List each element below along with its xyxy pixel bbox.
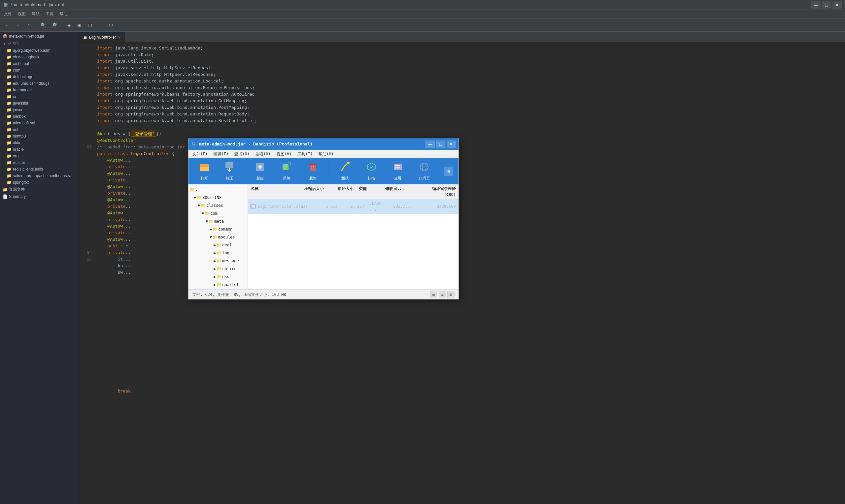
tab-close-button[interactable]: × xyxy=(118,35,121,40)
bz-new-button[interactable]: 新建 xyxy=(249,161,271,182)
bz-col-modified: 修改日... xyxy=(383,186,416,198)
sidebar-item-logback[interactable]: 📁 ch.qos.logback xyxy=(0,54,79,60)
toolbar-settings[interactable]: ⚙ xyxy=(106,20,116,30)
toolbar-back[interactable]: ← xyxy=(3,20,12,30)
bz-status-detail-icon[interactable]: ≡ xyxy=(439,291,446,298)
bz-maximize-button[interactable]: □ xyxy=(436,141,445,148)
menu-file[interactable]: 文件 xyxy=(1,11,15,17)
bz-add-button[interactable]: 添加 xyxy=(276,161,297,182)
folder-icon: 📁 xyxy=(6,174,12,178)
sidebar-item-io[interactable]: 📁 io xyxy=(0,93,79,100)
bz-col-type: 类型 xyxy=(356,186,383,198)
sidebar-root[interactable]: 📦 meta-admin-mod.jar xyxy=(0,33,79,40)
bz-tree-classes[interactable]: ▼ 📁 classes xyxy=(189,201,248,210)
bz-menu-help[interactable]: 帮助(H) xyxy=(316,150,336,158)
bz-delete-button[interactable]: 删除 xyxy=(302,161,323,182)
sidebar-item-schema[interactable]: 📁 schemaorg_apache_xmlbeans.s.. xyxy=(0,173,79,179)
bz-menu-file[interactable]: 文件(F) xyxy=(190,150,210,158)
maximize-button[interactable]: □ xyxy=(822,1,831,8)
bz-status-grid-icon[interactable]: ▦ xyxy=(447,291,455,298)
menu-nav[interactable]: 导航 xyxy=(29,11,42,17)
bz-tree-deal[interactable]: ▶ 📁 deal xyxy=(189,241,248,249)
bz-filelist-header: 名称 压缩后大小 原始大小 类型 修改日... 循环冗余检验 (CRC) xyxy=(248,184,458,199)
toolbar-forward[interactable]: → xyxy=(13,20,22,30)
sidebar-item-javassist[interactable]: 📁 javassist xyxy=(0,100,79,107)
bz-tree-modules[interactable]: ▼ 📁 modules xyxy=(189,233,248,241)
folder-icon: 📁 xyxy=(6,141,12,145)
sidebar-item-okio[interactable]: 📁 okio xyxy=(0,140,79,146)
sidebar-item-org[interactable]: 📁 org xyxy=(0,153,79,159)
bz-file-row-logincontroller[interactable]: C LoginController.class 6,814 16,277 CLA… xyxy=(248,199,458,214)
sidebar-item-summary[interactable]: 📄 Summary xyxy=(0,193,79,200)
tab-logincontroller[interactable]: ☕ LoginController × xyxy=(79,32,125,42)
toolbar-search2[interactable]: 🔎 xyxy=(49,20,58,30)
sidebar-item-hutool[interactable]: 📁 cn.hutool xyxy=(0,60,79,67)
sidebar-item-com[interactable]: 📁 com xyxy=(0,67,79,74)
bz-col-crc: 循环冗余检验 (CRC) xyxy=(416,186,458,198)
sidebar-item-net[interactable]: 📁 net xyxy=(0,126,79,133)
close-button[interactable]: ✕ xyxy=(832,1,842,8)
sidebar-item-defpackage[interactable]: 📁 defpackage xyxy=(0,74,79,80)
minimize-button[interactable]: — xyxy=(811,1,821,8)
bz-tree-oss[interactable]: ▶ 📁 oss xyxy=(189,273,248,281)
menu-tools[interactable]: 工具 xyxy=(43,11,56,17)
bz-status-list-icon[interactable]: ☰ xyxy=(430,291,437,298)
bz-open-button[interactable]: 打开 xyxy=(194,161,215,182)
sidebar-item-resources[interactable]: 📁 资源文件 xyxy=(0,186,79,193)
bz-extract-button[interactable]: 解压 xyxy=(220,161,239,182)
bz-tree-message[interactable]: ▶ 📁 message xyxy=(189,257,248,265)
toolbar-action2[interactable]: ◉ xyxy=(75,20,84,30)
toolbar-action4[interactable]: ⬚ xyxy=(96,20,105,30)
sidebar-item-microsoft[interactable]: 📁 microsoft.sql xyxy=(0,120,79,126)
sidebar-item-freemarker[interactable]: 📁 freemarker xyxy=(0,87,79,93)
bz-tree-quartet[interactable]: ▶ 📁 quartet xyxy=(189,281,248,289)
bz-menu-find[interactable]: 查找(O) xyxy=(232,150,252,158)
sidebar-item-asm[interactable]: 📁 aj.org.objectweb.asm xyxy=(0,47,79,54)
sidebar-item-findbugs[interactable]: 📁 edu.umd.cs.findbugs xyxy=(0,80,79,87)
bz-close-button[interactable]: ✕ xyxy=(446,141,456,148)
bz-codepage-icon xyxy=(419,162,429,175)
bz-col-original: 原始大小 xyxy=(327,186,356,198)
sidebar-item-okhttp3[interactable]: 📁 okhttp3 xyxy=(0,133,79,140)
sidebar-item-redis[interactable]: 📁 redis.clients.jedis xyxy=(0,166,79,173)
bz-tree[interactable]: 📁 .. ▼ 📁 BOOT-INF ▼ 📁 classes xyxy=(189,184,248,289)
bz-tree-log[interactable]: ▶ 📁 log xyxy=(189,249,248,257)
bz-col-compressed: 压缩后大小 xyxy=(294,186,327,198)
bz-scan-button[interactable]: 扫描 xyxy=(361,161,382,182)
toolbar-action1[interactable]: ◈ xyxy=(64,20,73,30)
sidebar-item-lombok[interactable]: 📁 lombok xyxy=(0,113,79,120)
bz-tree-notice[interactable]: ▶ 📁 notice xyxy=(189,265,248,273)
bz-tree-root[interactable]: 📁 .. xyxy=(189,186,248,194)
code-editor[interactable]: import java.lang.invoke.SerializedLambda… xyxy=(79,42,845,504)
folder-icon: 📁 xyxy=(213,226,217,232)
bz-menu-edit[interactable]: 编辑(E) xyxy=(211,150,231,158)
bz-menu-view[interactable]: 视图(V) xyxy=(274,150,295,158)
bz-titlebar: 🗜️ meta-admin-mod.jar - Bandizip (Profes… xyxy=(189,138,458,150)
bz-view-label: 查看 xyxy=(394,176,401,181)
menu-view[interactable]: 视图 xyxy=(15,11,29,17)
bz-tree-meta[interactable]: ▼ 📁 meta xyxy=(189,217,248,225)
bz-menu-options[interactable]: 选项(O) xyxy=(253,150,273,158)
bz-tree-com[interactable]: ▼ 📁 com xyxy=(189,210,248,217)
toolbar-search[interactable]: 🔍 xyxy=(39,20,48,30)
bz-codepage-button[interactable]: 代码页 xyxy=(413,161,435,182)
bz-tree-common[interactable]: ▶ 📁 common xyxy=(189,225,248,233)
toolbar-action3[interactable]: ◫ xyxy=(85,20,94,30)
menu-help[interactable]: 帮助 xyxy=(57,11,70,17)
sidebar-item-reactor[interactable]: 📁 reactor xyxy=(0,159,79,166)
svg-text:C: C xyxy=(251,205,253,208)
bz-scan-icon xyxy=(366,162,376,175)
bz-grid-button[interactable]: ⊞ xyxy=(444,166,453,176)
bz-view-button[interactable]: 查看 xyxy=(387,161,408,182)
bz-menu-tools[interactable]: 工具(T) xyxy=(295,150,315,158)
sidebar-item-springfox[interactable]: 📁 springfox xyxy=(0,179,79,186)
bz-tree-bootinf[interactable]: ▼ 📁 BOOT-INF xyxy=(189,194,248,201)
bz-test-button[interactable]: 测试 xyxy=(334,161,355,182)
toolbar-sep2 xyxy=(61,22,61,29)
folder-icon: 📁 xyxy=(205,211,210,216)
bz-minimize-button[interactable]: — xyxy=(425,141,435,148)
sidebar-item-javax[interactable]: 📁 javax xyxy=(0,107,79,113)
sidebar-item-oracle[interactable]: 📁 oracle xyxy=(0,146,79,153)
toolbar-decompile[interactable]: ⟳ xyxy=(24,20,33,30)
sidebar-source-header[interactable]: ▼ 源代码 xyxy=(0,40,79,47)
